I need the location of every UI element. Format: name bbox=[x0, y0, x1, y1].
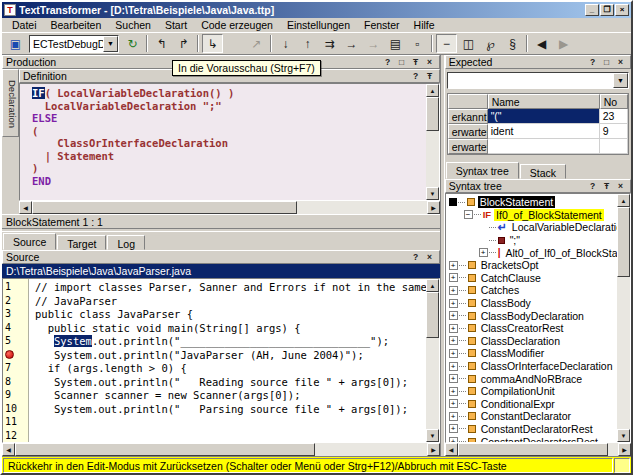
expand-icon[interactable]: + bbox=[449, 424, 458, 433]
pin-icon[interactable]: Ŧ bbox=[409, 57, 422, 68]
tree-item[interactable]: +Catches bbox=[446, 284, 617, 297]
maximize-icon[interactable]: □ bbox=[395, 57, 408, 68]
tree-item[interactable]: +ClassBodyDeclaration bbox=[446, 309, 617, 322]
dialog-button[interactable]: ◫ bbox=[458, 34, 479, 53]
tree-item[interactable]: +ClassBody bbox=[446, 297, 617, 310]
source-hscrollbar[interactable]: ◀ ▶ bbox=[2, 443, 440, 456]
combobox-dropdown-icon[interactable]: ▼ bbox=[103, 36, 118, 52]
tree-item[interactable]: +ConstantDeclaratorsRest bbox=[446, 435, 617, 442]
title-bar[interactable]: T TextTransformer - [D:\Tetra\Beispiele\… bbox=[2, 2, 631, 18]
run-to-cursor-button[interactable]: ↳ bbox=[202, 34, 223, 53]
scrollbar-track[interactable] bbox=[608, 443, 618, 456]
tree-item[interactable]: +ClassDeclaration bbox=[446, 335, 617, 348]
tree-hscrollbar[interactable]: ◀ ▶ bbox=[445, 443, 631, 456]
close-icon[interactable]: × bbox=[423, 252, 436, 263]
expand-icon[interactable]: + bbox=[449, 399, 458, 408]
preview-button[interactable]: ℘ bbox=[480, 34, 501, 53]
expected-combobox[interactable]: ▼ bbox=[447, 72, 629, 89]
tab-target[interactable]: Target bbox=[57, 235, 106, 250]
tree-item[interactable]: +ConstantDeclarator bbox=[446, 410, 617, 423]
definition-vscrollbar[interactable]: ▲ ▼ bbox=[426, 84, 439, 200]
scroll-up-icon[interactable]: ▲ bbox=[617, 194, 630, 207]
tree-item[interactable]: +ClassModifier bbox=[446, 347, 617, 360]
source-code[interactable]: // import classes Parser, Sanner and Err… bbox=[29, 279, 426, 442]
expand-icon[interactable]: + bbox=[449, 261, 458, 270]
expand-icon[interactable]: + bbox=[479, 248, 488, 257]
tree-item[interactable]: −IFIf0_of_BlockStatement bbox=[446, 209, 617, 222]
table-cell-no[interactable] bbox=[600, 139, 628, 154]
tree-item[interactable]: +CatchClause bbox=[446, 272, 617, 285]
scrollbar-thumb[interactable] bbox=[458, 443, 608, 456]
breakpoint-button[interactable]: − bbox=[436, 34, 457, 53]
collapse-icon[interactable]: − bbox=[464, 210, 473, 219]
help-icon[interactable]: ? bbox=[409, 71, 422, 82]
back-button[interactable]: ◀ bbox=[531, 34, 552, 53]
scrollbar-track[interactable] bbox=[426, 338, 439, 429]
expand-icon[interactable]: + bbox=[449, 273, 458, 282]
table-cell-name[interactable]: "(" bbox=[488, 109, 600, 124]
menu-item[interactable]: Fenster bbox=[358, 19, 406, 32]
table-cell-name[interactable]: ident bbox=[488, 124, 600, 139]
transform-button[interactable]: ↻ bbox=[122, 34, 143, 53]
menu-item[interactable]: Bearbeiten bbox=[45, 19, 108, 32]
tree-item[interactable]: +ClassOrInterfaceDeclaration bbox=[446, 360, 617, 373]
pin-icon[interactable]: Ŧ bbox=[423, 71, 436, 82]
help-icon[interactable]: ? bbox=[409, 252, 422, 263]
definition-hscrollbar[interactable]: ◀ ▶ bbox=[19, 201, 440, 214]
expand-icon[interactable]: + bbox=[449, 362, 458, 371]
tree-item[interactable]: +ConstantDeclaratorRest bbox=[446, 423, 617, 436]
definition-code[interactable]: IF( LocalVariableDeclaration() ) LocalVa… bbox=[20, 84, 426, 200]
tree-item[interactable]: +BracketsOpt bbox=[446, 259, 617, 272]
scroll-right-icon[interactable]: ▶ bbox=[618, 443, 631, 456]
menu-item[interactable]: Code erzeugen bbox=[195, 19, 279, 32]
menu-item[interactable]: Suchen bbox=[109, 19, 157, 32]
expand-icon[interactable]: + bbox=[449, 286, 458, 295]
tab-log[interactable]: Log bbox=[107, 235, 145, 250]
scroll-left-icon[interactable]: ◀ bbox=[19, 201, 32, 214]
table-view-button[interactable]: ▤ bbox=[385, 34, 406, 53]
combobox-dropdown-icon[interactable]: ▼ bbox=[613, 73, 628, 88]
close-icon[interactable]: × bbox=[614, 57, 627, 68]
pin-icon[interactable]: Ŧ bbox=[600, 181, 613, 192]
table-cell-name[interactable] bbox=[488, 139, 600, 154]
definition-editor[interactable]: IF( LocalVariableDeclaration() ) LocalVa… bbox=[19, 83, 440, 201]
close-button[interactable]: × bbox=[615, 4, 629, 16]
scrollbar-thumb[interactable] bbox=[32, 201, 297, 214]
help-icon[interactable]: ? bbox=[586, 181, 599, 192]
expand-icon[interactable]: + bbox=[449, 412, 458, 421]
table-cell-no[interactable]: 9 bbox=[600, 124, 628, 139]
tree-item[interactable]: +|Alt0_of_If0_of_BlockStateme bbox=[446, 246, 617, 259]
scroll-up-icon[interactable]: ▲ bbox=[426, 279, 439, 292]
scrollbar-thumb[interactable] bbox=[426, 97, 439, 131]
tree-item[interactable]: +commaAndNoRBrace bbox=[446, 372, 617, 385]
tree-item[interactable]: ↵LocalVariableDeclaration bbox=[446, 221, 617, 234]
expand-icon[interactable]: + bbox=[449, 336, 458, 345]
tree-item[interactable]: BlockStatement bbox=[446, 196, 617, 209]
menu-item[interactable]: Einstellungen bbox=[281, 19, 356, 32]
minimize-button[interactable]: _ bbox=[585, 4, 599, 16]
expand-icon[interactable]: + bbox=[449, 324, 458, 333]
node-view-button[interactable]: ▫ bbox=[407, 34, 428, 53]
tree-item[interactable]: +ClassCreatorRest bbox=[446, 322, 617, 335]
step-forward-button[interactable]: ↱ bbox=[173, 34, 194, 53]
paragraph-button[interactable]: § bbox=[502, 34, 523, 53]
expand-icon[interactable]: + bbox=[449, 349, 458, 358]
menu-item[interactable]: Start bbox=[159, 19, 193, 32]
scroll-left-icon[interactable]: ◀ bbox=[445, 443, 458, 456]
source-vscrollbar[interactable]: ▲ ▼ bbox=[426, 279, 439, 442]
scrollbar-thumb[interactable] bbox=[426, 292, 439, 338]
maximize-icon[interactable]: □ bbox=[600, 57, 613, 68]
step-token-button[interactable]: ⇉ bbox=[319, 34, 340, 53]
table-cell-no[interactable]: 23 bbox=[600, 109, 628, 124]
scroll-down-icon[interactable]: ▼ bbox=[426, 187, 439, 200]
step-back-button[interactable]: ↰ bbox=[151, 34, 172, 53]
project-button[interactable]: ▣ bbox=[5, 34, 26, 53]
scrollbar-track[interactable] bbox=[297, 201, 427, 214]
expand-icon[interactable]: + bbox=[449, 311, 458, 320]
scrollbar-thumb[interactable] bbox=[15, 443, 315, 456]
tree-item[interactable]: +ConditionalExpr bbox=[446, 398, 617, 411]
expand-icon[interactable]: + bbox=[449, 299, 458, 308]
tab-source[interactable]: Source bbox=[3, 233, 56, 250]
close-icon[interactable]: × bbox=[614, 181, 627, 192]
tab-stack[interactable]: Stack bbox=[520, 164, 566, 179]
